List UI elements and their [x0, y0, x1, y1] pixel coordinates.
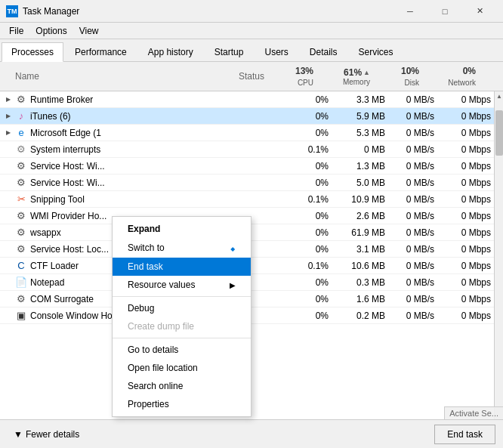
table-row[interactable]: ▶ ⚙ Runtime Broker 0% 3.3 MB 0 MB/s 0 Mb…	[0, 91, 503, 108]
ctx-go-to-details[interactable]: Go to details	[113, 341, 251, 359]
process-cpu: 0%	[284, 209, 333, 223]
process-icon: ✂	[15, 193, 27, 205]
table-row[interactable]: ▶ 📄 Notepad 0% 0.3 MB 0 MB/s 0 Mbps	[0, 274, 503, 291]
process-network: 0 Mbps	[439, 93, 495, 107]
table-row[interactable]: ▶ ⚙ WMI Provider Ho... 0% 2.6 MB 0 MB/s …	[0, 208, 503, 224]
process-cpu: 0%	[284, 226, 333, 239]
col-disk[interactable]: 10% Disk	[375, 63, 424, 89]
expand-arrow[interactable]: ▶	[5, 96, 12, 104]
menu-options[interactable]: Options	[29, 24, 73, 38]
process-memory: 61.9 MB	[333, 226, 390, 239]
ctx-search-online[interactable]: Search online	[113, 377, 251, 395]
process-name-label: System interrupts	[30, 144, 100, 155]
process-icon: C	[15, 260, 27, 272]
process-memory: 3.1 MB	[333, 243, 390, 256]
expand-arrow[interactable]: ▶	[5, 113, 12, 120]
tab-performance[interactable]: Performance	[65, 42, 137, 62]
process-memory: 1.3 MB	[333, 159, 390, 173]
context-menu: Expand Switch to ⬥ End task Resource val…	[112, 216, 252, 417]
tab-startup[interactable]: Startup	[205, 42, 254, 62]
process-name-label: Snipping Tool	[30, 194, 85, 205]
expand-arrow[interactable]: ▶	[5, 129, 12, 137]
table-row[interactable]: ▶ C CTF Loader 0.1% 10.6 MB 0 MB/s 0 Mbp…	[0, 258, 503, 274]
ctx-go-to-details-label: Go to details	[128, 344, 178, 355]
col-status[interactable]: Status	[193, 63, 269, 89]
scrollbar-thumb[interactable]	[495, 110, 503, 156]
col-cpu-label: CPU	[298, 79, 313, 87]
expand-arrow: ▶	[5, 262, 12, 270]
process-icon: ♪	[15, 110, 27, 122]
table-row[interactable]: ▶ ♪ iTunes (6) 0% 5.9 MB 0 MB/s 0 Mbps	[0, 108, 503, 125]
menu-bar: File Options View	[0, 23, 503, 39]
expand-arrow: ▶	[5, 212, 12, 220]
tab-bar: Processes Performance App history Startu…	[0, 39, 503, 62]
tab-services[interactable]: Services	[349, 42, 403, 62]
table-row[interactable]: ▶ e Microsoft Edge (1 0% 5.3 MB 0 MB/s 0…	[0, 125, 503, 141]
ctx-end-task[interactable]: End task	[113, 258, 251, 276]
table-row[interactable]: ▶ ⚙ System interrupts 0.1% 0 MB 0 MB/s 0…	[0, 141, 503, 158]
table-row[interactable]: ▶ ⚙ Service Host: Loc... 0% 3.1 MB 0 MB/…	[0, 241, 503, 258]
col-disk-pct: 10%	[401, 66, 419, 76]
process-cpu: 0%	[284, 110, 333, 123]
process-disk: 0 MB/s	[390, 159, 439, 173]
process-name-label: iTunes (6)	[30, 111, 71, 122]
tab-details[interactable]: Details	[300, 42, 347, 62]
process-cpu: 0%	[284, 159, 333, 173]
process-memory: 3.3 MB	[333, 93, 390, 107]
col-network[interactable]: 0% Network	[424, 63, 480, 89]
table-row[interactable]: ▶ ▣ Console Window Host 0% 0.2 MB 0 MB/s…	[0, 307, 503, 324]
process-disk: 0 MB/s	[390, 243, 439, 256]
maximize-button[interactable]: □	[427, 0, 462, 23]
menu-file[interactable]: File	[3, 24, 29, 38]
ctx-debug[interactable]: Debug	[113, 299, 251, 317]
col-cpu[interactable]: 13% CPU	[269, 63, 318, 89]
expand-arrow: ▶	[5, 246, 12, 253]
expand-arrow: ▶	[5, 162, 12, 170]
ctx-open-file-location-label: Open file location	[128, 363, 198, 373]
expand-arrow: ▶	[5, 295, 12, 303]
title-bar: TM Task Manager ─ □ ✕	[0, 0, 503, 23]
fewer-details-arrow: ▼	[14, 429, 23, 440]
fewer-details-button[interactable]: ▼ Fewer details	[8, 426, 85, 443]
table-row[interactable]: ▶ ✂ Snipping Tool 0.1% 10.9 MB 0 MB/s 0 …	[0, 191, 503, 208]
ctx-properties[interactable]: Properties	[113, 395, 251, 413]
process-network: 0 Mbps	[439, 309, 495, 323]
process-name: ▶ ⚙ Service Host: Wi...	[0, 159, 208, 174]
tab-users[interactable]: Users	[255, 42, 298, 62]
tab-app-history[interactable]: App history	[138, 42, 203, 62]
process-memory: 5.0 MB	[333, 176, 390, 190]
process-network: 0 Mbps	[439, 110, 495, 123]
col-name[interactable]: Name	[0, 63, 193, 89]
col-memory[interactable]: 61% ▲ Memory	[318, 63, 375, 89]
process-cpu: 0.1%	[284, 193, 333, 206]
process-name: ▶ ✂ Snipping Tool	[0, 192, 208, 207]
process-icon: 📄	[15, 277, 27, 289]
close-button[interactable]: ✕	[462, 0, 497, 23]
end-task-button[interactable]: End task	[434, 425, 495, 444]
process-memory: 10.6 MB	[333, 259, 390, 273]
process-network: 0 Mbps	[439, 193, 495, 206]
vertical-scrollbar[interactable]: ▲ ▼	[494, 91, 503, 448]
ctx-end-task-label: End task	[128, 261, 163, 272]
table-row[interactable]: ▶ ⚙ Service Host: Wi... 0% 5.0 MB 0 MB/s…	[0, 175, 503, 191]
minimize-button[interactable]: ─	[393, 0, 427, 23]
table-row[interactable]: ▶ ⚙ Service Host: Wi... 0% 1.3 MB 0 MB/s…	[0, 158, 503, 175]
ctx-switch-to[interactable]: Switch to ⬥	[113, 238, 251, 258]
ctx-open-file-location[interactable]: Open file location	[113, 359, 251, 377]
process-cpu: 0%	[284, 126, 333, 140]
process-status	[208, 148, 284, 151]
col-memory-pct: 61% ▲	[344, 67, 370, 78]
process-cpu: 0%	[284, 243, 333, 256]
process-network: 0 Mbps	[439, 292, 495, 306]
ctx-expand[interactable]: Expand	[113, 220, 251, 238]
process-status	[208, 181, 284, 184]
process-cpu: 0%	[284, 292, 333, 306]
process-name-label: Notepad	[30, 277, 64, 288]
process-memory: 5.9 MB	[333, 110, 390, 123]
tab-processes[interactable]: Processes	[2, 42, 63, 62]
table-row[interactable]: ▶ ⚙ wsappx 0% 61.9 MB 0 MB/s 0 Mbps	[0, 224, 503, 241]
table-row[interactable]: ▶ ⚙ COM Surrogate 0% 1.6 MB 0 MB/s 0 Mbp…	[0, 291, 503, 307]
menu-view[interactable]: View	[73, 24, 105, 38]
ctx-submenu-arrow: ▶	[230, 281, 236, 289]
ctx-resource-values[interactable]: Resource values ▶	[113, 276, 251, 294]
